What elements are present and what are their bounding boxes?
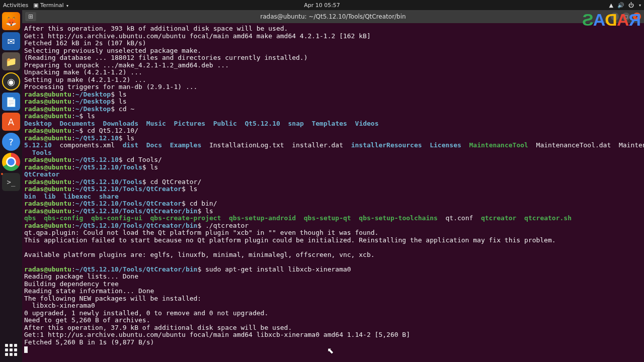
app-menu[interactable]: ▣ Terminal ▾ bbox=[33, 2, 68, 9]
window-maximize-button[interactable]: ▢ bbox=[622, 13, 630, 21]
dock-ubuntu-software[interactable]: A bbox=[2, 113, 20, 131]
terminal-window: ⊞ radas@ubuntu: ~/Qt5.12.10/Tools/QtCrea… bbox=[22, 10, 644, 362]
dock-help[interactable]: ? bbox=[2, 133, 20, 151]
dock-thunderbird[interactable]: ✉ bbox=[2, 32, 20, 50]
window-minimize-button[interactable]: – bbox=[611, 13, 619, 21]
gnome-topbar: Activities ▣ Terminal ▾ Apr 10 05:57 ▲ 🔊… bbox=[0, 0, 644, 10]
terminal-menu-icon: ▣ bbox=[33, 2, 38, 9]
dock-chrome[interactable] bbox=[2, 153, 20, 171]
activities-button[interactable]: Activities bbox=[3, 2, 28, 9]
window-title: radas@ubuntu: ~/Qt5.12.10/Tools/QtCreato… bbox=[260, 13, 406, 20]
system-menu-chevron-icon[interactable]: ▾ bbox=[639, 3, 641, 8]
new-tab-button[interactable]: ⊞ bbox=[25, 12, 36, 21]
clock[interactable]: Apr 10 05:57 bbox=[304, 2, 340, 9]
window-close-button[interactable]: ✕ bbox=[633, 13, 641, 21]
power-icon[interactable]: ⏻ bbox=[628, 2, 634, 9]
dock-terminal[interactable]: >_ bbox=[2, 173, 20, 191]
dock-show-applications[interactable] bbox=[2, 341, 20, 359]
window-titlebar: ⊞ radas@ubuntu: ~/Qt5.12.10/Tools/QtCrea… bbox=[22, 10, 644, 23]
dock-firefox[interactable]: 🦊 bbox=[2, 12, 20, 30]
dock-running-indicator bbox=[1, 173, 3, 175]
network-icon[interactable]: ▲ bbox=[609, 2, 613, 9]
dock-files[interactable]: 📁 bbox=[2, 52, 20, 70]
app-menu-label: Terminal bbox=[40, 2, 64, 9]
volume-icon[interactable]: 🔊 bbox=[617, 2, 624, 9]
chevron-down-icon: ▾ bbox=[66, 4, 68, 8]
dock: 🦊 ✉ 📁 ◉ 📄 A ? >_ bbox=[0, 10, 22, 362]
terminal-output[interactable]: After this operation, 393 kB of addition… bbox=[22, 23, 644, 362]
dock-libreoffice-writer[interactable]: 📄 bbox=[2, 93, 20, 111]
dock-rhythmbox[interactable]: ◉ bbox=[2, 72, 20, 90]
